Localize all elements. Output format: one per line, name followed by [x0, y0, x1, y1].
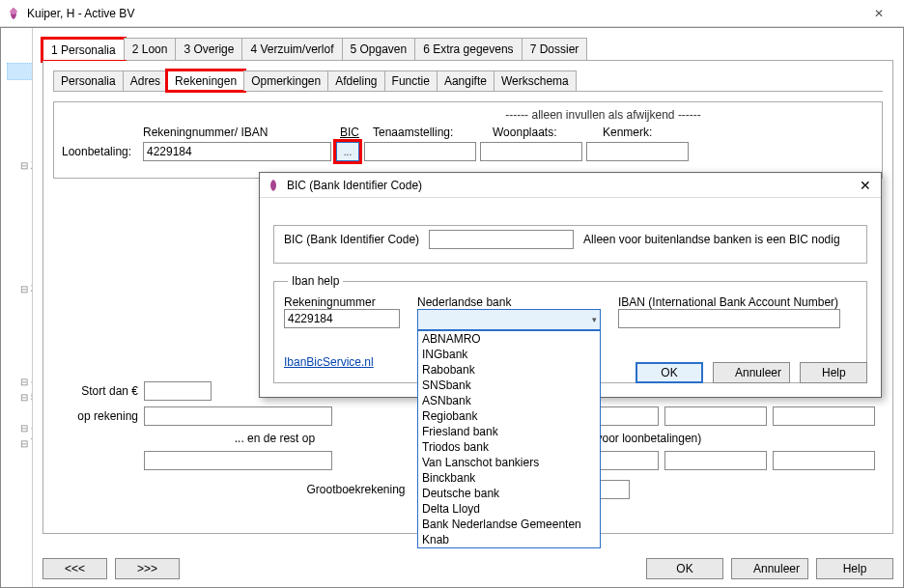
tree-item[interactable]: ┈Loonheffing	[7, 219, 33, 235]
tab-opgaven[interactable]: 5 Opgaven	[342, 38, 416, 60]
tree-item[interactable]: ┈Functie	[7, 111, 33, 126]
tree-item[interactable]: ┈Uitkering	[7, 312, 33, 327]
tree-item[interactable]: ┈Reserveringen	[7, 343, 33, 358]
col-tenaam: Tenaamstelling:	[373, 126, 489, 139]
tree-item[interactable]: ┈Subsidies	[7, 327, 33, 343]
bank-option[interactable]: ABNAMRO	[418, 331, 600, 347]
subtab-adres[interactable]: Adres	[123, 70, 168, 91]
close-icon[interactable]: ✕	[860, 4, 898, 23]
bic-input[interactable]	[429, 230, 574, 249]
tree-item[interactable]: ┈Sparen	[7, 204, 33, 219]
tree-item[interactable]: ┈Lokaal dossier	[7, 451, 33, 466]
tree-group[interactable]: 2 Loon	[7, 157, 32, 173]
tree-item[interactable]: ┈Loon	[7, 173, 33, 188]
bank-option[interactable]: Bank Nederlandse Gemeenten	[418, 517, 600, 532]
stort-input[interactable]	[144, 381, 212, 401]
tree-item[interactable]: ┈2014	[7, 497, 33, 513]
op-3[interactable]	[664, 406, 767, 426]
tree-item[interactable]: ┈Vervoer	[7, 235, 33, 250]
subtab-functie[interactable]: Functie	[384, 70, 438, 91]
tree-item[interactable]: ┈Overige	[7, 296, 33, 312]
dialog-reknr-input[interactable]	[284, 309, 400, 328]
tree-group[interactable]: ┈6 Extra gegevens	[7, 420, 32, 435]
rek-input[interactable]	[143, 142, 331, 161]
lbl-reknr: Rekeningnummer	[284, 295, 400, 309]
bank-option[interactable]: Friesland bank	[418, 424, 600, 439]
sub-tabs: Personalia Adres Rekeningen Opmerkingen …	[53, 70, 883, 92]
tab-personalia[interactable]: 1 Personalia	[42, 39, 125, 61]
tree-item[interactable]: ┈Afdeling	[7, 96, 33, 111]
tree-group[interactable]: 7 Dossier	[7, 435, 32, 451]
sidebar-tree[interactable]: ┈Personalia ┈Adres ┈Rekeningen ┈Opmerkin…	[1, 28, 33, 587]
subtab-rekeningen[interactable]: Rekeningen	[167, 70, 244, 91]
tree-item[interactable]: ┈Mijn LoonDossier	[7, 466, 33, 482]
bank-option[interactable]: Knab	[418, 532, 600, 547]
next-button[interactable]: >>>	[115, 558, 180, 579]
main-tabs: 1 Personalia 2 Loon 3 Overige 4 Verzuim/…	[42, 38, 893, 61]
bank-dropdown[interactable]: ▾ ABNAMRO INGbank Rabobank SNSbank ASNba…	[417, 309, 601, 330]
dialog-help-button[interactable]: Help	[800, 362, 867, 383]
tab-overige[interactable]: 3 Overige	[175, 38, 242, 60]
tree-item[interactable]: ┈Adres	[7, 47, 33, 63]
tree-group[interactable]: ┈4 Verzuim/verlof	[7, 374, 32, 389]
op-4[interactable]	[773, 406, 875, 426]
tenaam-input[interactable]	[364, 142, 476, 161]
tab-extra[interactable]: 6 Extra gegevens	[414, 38, 522, 60]
lbl-stort: Stort dan €	[61, 384, 138, 398]
woon-input[interactable]	[480, 142, 582, 161]
rest-3[interactable]	[664, 451, 767, 470]
bank-option[interactable]: Regiobank	[418, 408, 600, 424]
bic-browse-button[interactable]: ...	[336, 142, 359, 161]
tab-loon[interactable]: 2 Loon	[124, 38, 177, 60]
bic-note: Alleen voor buitenlandse banken is een B…	[583, 233, 840, 246]
dialog-annuleer-button[interactable]: Annuleer	[713, 362, 790, 383]
bank-option[interactable]: Deutsche bank	[418, 486, 600, 501]
tree-item[interactable]: ┈Prognose	[7, 266, 33, 281]
app-icon	[6, 6, 21, 21]
bank-option[interactable]: Delta Lloyd	[418, 501, 600, 517]
subtab-afdeling[interactable]: Afdeling	[327, 70, 384, 91]
rest-4[interactable]	[773, 451, 875, 470]
kenm-input[interactable]	[586, 142, 689, 161]
bank-option[interactable]: Van Lanschot bankiers	[418, 455, 600, 470]
help-button[interactable]: Help	[816, 558, 893, 579]
tree-group[interactable]: 3 Overige	[7, 281, 32, 296]
tree-item[interactable]: ┈Jaaropgave	[7, 405, 33, 420]
bank-option[interactable]: INGbank	[418, 347, 600, 362]
bank-option[interactable]: Binckbank	[418, 470, 600, 486]
subtab-werkschema[interactable]: Werkschema	[494, 70, 577, 91]
ok-button[interactable]: OK	[646, 558, 723, 579]
rest-1[interactable]	[144, 451, 332, 470]
bank-option[interactable]: Triodos bank	[418, 439, 600, 455]
dialog-ok-button[interactable]: OK	[636, 362, 703, 383]
subtab-opmerkingen[interactable]: Opmerkingen	[243, 70, 328, 91]
tree-item[interactable]: ┈Opmerkingen	[7, 80, 33, 96]
subtab-personalia[interactable]: Personalia	[53, 70, 124, 91]
bank-option[interactable]: SNSbank	[418, 378, 600, 393]
col-woon: Woonplaats:	[493, 126, 599, 139]
afwijkend-note: ------ alleen invullen als afwijkend ---…	[62, 108, 874, 122]
bank-option[interactable]: Rabobank	[418, 362, 600, 378]
subtab-aangifte[interactable]: Aangifte	[437, 70, 494, 91]
bank-option[interactable]: ASNbank	[418, 393, 600, 408]
lbl-bank: Nederlandse bank	[417, 295, 601, 309]
tab-verzuim[interactable]: 4 Verzuim/verlof	[241, 38, 342, 60]
tree-item[interactable]: ┈2015	[7, 482, 33, 497]
tree-group[interactable]: 5 Opgaven	[7, 389, 32, 405]
tree-item-rekeningen[interactable]: ┈Rekeningen	[7, 63, 33, 80]
tree-item[interactable]: ┈Aangifte	[7, 126, 33, 142]
tree-item[interactable]: ┈Werkschema	[7, 142, 33, 157]
bottom-buttons: <<< >>> OK Annuleer Help	[42, 558, 893, 579]
tree-item[interactable]: ┈Personalia	[7, 32, 33, 47]
annuleer-button[interactable]: Annuleer	[731, 558, 808, 579]
tab-dossier[interactable]: 7 Dossier	[522, 38, 588, 60]
tree-item[interactable]: ┈Import	[7, 358, 33, 374]
dialog-close-icon[interactable]: ✕	[856, 178, 875, 193]
tree-item[interactable]: ┈Toeslagen	[7, 188, 33, 204]
col-kenm: Kenmerk:	[603, 126, 709, 139]
tree-item[interactable]: ┈Uitzonderingen	[7, 250, 33, 266]
prev-button[interactable]: <<<	[42, 558, 107, 579]
iban-input[interactable]	[618, 309, 840, 328]
dialog-app-icon	[266, 178, 281, 193]
op-rek-input[interactable]	[144, 406, 332, 426]
